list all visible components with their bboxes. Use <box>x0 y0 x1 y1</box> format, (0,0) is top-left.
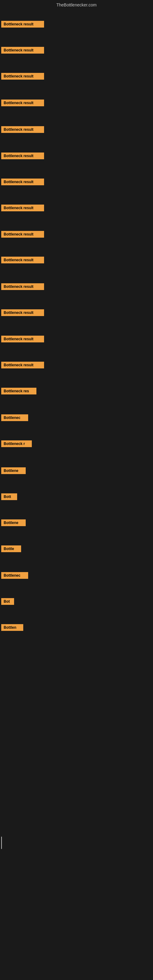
cursor-line <box>1 837 2 849</box>
bottleneck-bar: Bottleneck r <box>1 441 32 447</box>
bottleneck-bar-row: Bottleneck result <box>0 177 44 188</box>
bottleneck-bar-row: Bottleneck result <box>0 203 44 215</box>
bottleneck-bar-row: Bottleneck result <box>0 71 44 83</box>
bottleneck-bar-row: Bottlenec <box>0 570 28 582</box>
bottleneck-bar: Bott <box>1 493 17 500</box>
bottleneck-bar-row: Bottlene <box>0 466 26 477</box>
bottleneck-bar: Bottleneck result <box>1 21 44 27</box>
bottleneck-bar: Bottleneck result <box>1 336 44 342</box>
bottleneck-bar: Bottleneck res <box>1 388 37 395</box>
bottleneck-bar-row: Bottleneck result <box>0 307 44 319</box>
bottleneck-bar-row: Bottleneck r <box>0 439 32 450</box>
bottleneck-bar-row: Bottleneck result <box>0 151 44 162</box>
bottleneck-bar-row: Bottleneck result <box>0 360 44 371</box>
site-title: TheBottlenecker.com <box>0 0 153 10</box>
bottleneck-bar-row: Bottle <box>0 544 21 555</box>
bottleneck-bar-row: Bott <box>0 492 17 503</box>
bottleneck-bar: Bottleneck result <box>1 47 44 54</box>
bottleneck-bar: Bottleneck result <box>1 73 44 80</box>
bottleneck-bar-row: Bottleneck result <box>0 282 44 293</box>
bottleneck-bar: Bottle <box>1 546 21 552</box>
bottleneck-bar: Bottleneck result <box>1 126 44 133</box>
bottleneck-bar-row: Bottlenec <box>0 412 28 424</box>
bottleneck-bar: Bottleneck result <box>1 178 44 185</box>
bottleneck-bar-row: Bot <box>0 596 14 608</box>
bottleneck-bar: Bottleneck result <box>1 257 44 263</box>
bottleneck-bar: Bottleneck result <box>1 362 44 368</box>
bottleneck-bar: Bottleneck result <box>1 100 44 106</box>
bottleneck-bar: Bottlene <box>1 467 26 474</box>
bottleneck-bar-row: Bottlene <box>0 517 26 529</box>
bottleneck-bar: Bottleneck result <box>1 153 44 159</box>
bottleneck-bar: Bottlenec <box>1 414 28 421</box>
bottleneck-bar: Bottlene <box>1 519 26 526</box>
bottleneck-bar: Bottleneck result <box>1 309 44 316</box>
bottleneck-bar: Bottlenec <box>1 572 28 579</box>
bottleneck-bar-row: Bottleneck result <box>0 98 44 109</box>
bottleneck-bar-row: Bottlen <box>0 622 23 634</box>
bottleneck-bar-row: Bottleneck result <box>0 229 44 241</box>
bottleneck-bar-row: Bottleneck result <box>0 255 44 266</box>
bottleneck-bar-row: Bottleneck result <box>0 124 44 136</box>
bottleneck-bar: Bottlen <box>1 624 23 631</box>
bottleneck-bar: Bottleneck result <box>1 283 44 290</box>
bottleneck-bar: Bot <box>1 598 14 605</box>
bottleneck-bar-row: Bottleneck result <box>0 45 44 57</box>
bottleneck-bar-row: Bottleneck result <box>0 19 44 30</box>
bottleneck-bar-row: Bottleneck res <box>0 386 37 398</box>
bottleneck-bar: Bottleneck result <box>1 205 44 211</box>
bottleneck-bar-row: Bottleneck result <box>0 334 44 345</box>
bottleneck-bar: Bottleneck result <box>1 231 44 238</box>
